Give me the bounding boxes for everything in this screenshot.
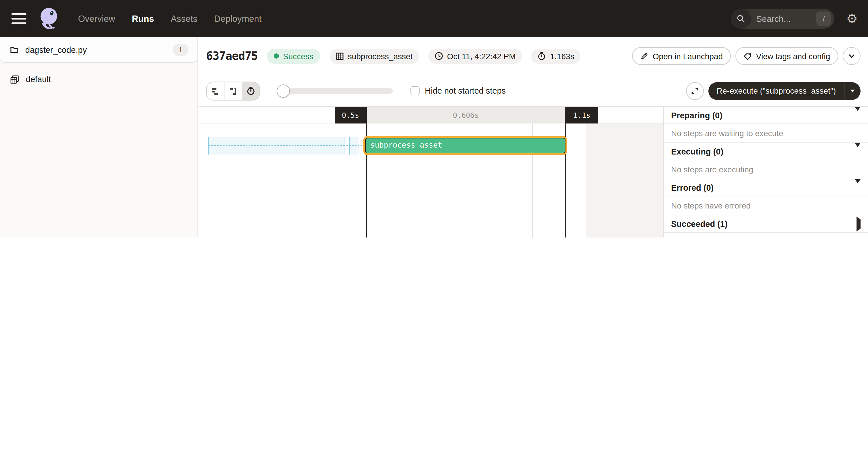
timestamp-label: Oct 11, 4:22:42 PM — [447, 51, 516, 61]
clock-icon — [434, 52, 443, 60]
gantt-step-bar[interactable]: subprocess_asset — [365, 138, 565, 153]
view-tags-config-label: View tags and config — [756, 51, 830, 61]
panel-section-errored[interactable]: Errored (0) — [663, 179, 868, 197]
gantt-section: 0.606s 0.5s 1.1s subprocess_asset — [198, 107, 868, 237]
main-content: 637aed75 Success subprocess_asset Oct 11… — [198, 37, 868, 237]
collapse-arrow-icon — [855, 147, 861, 156]
selection-duration-band: 0.606s — [366, 107, 565, 123]
nav-item-overview[interactable]: Overview — [78, 13, 115, 24]
primary-nav: Overview Runs Assets Deployment — [78, 13, 261, 24]
status-badge: Success — [267, 49, 320, 63]
repo-name: dagster_code.py — [25, 45, 87, 54]
sidebar-repo-header[interactable]: dagster_code.py 1 — [0, 37, 197, 63]
gantt-offscale-region — [586, 123, 663, 237]
expand-arrow-icon — [857, 219, 861, 228]
panel-section-succeeded[interactable]: Succeeded (1) — [663, 215, 868, 233]
section-title: Executing (0) — [671, 147, 723, 156]
stopwatch-icon — [246, 86, 255, 95]
flat-view-icon — [211, 86, 220, 95]
reexecute-label: Re-execute ("subprocess_asset") — [709, 86, 844, 95]
reexecute-dropdown-button[interactable] — [844, 89, 861, 92]
navbar-right: Search... / ⚙ — [731, 9, 858, 29]
left-sidebar: dagster_code.py 1 default dagster_code.p… — [0, 37, 198, 237]
collapse-arrow-icon — [855, 183, 861, 192]
job-name: default — [26, 75, 51, 84]
selection-end-line — [565, 107, 566, 237]
chevron-down-icon — [848, 52, 856, 60]
selection-duration-label: 0.606s — [453, 111, 479, 119]
search-input[interactable]: Search... / — [731, 9, 834, 29]
run-id: 637aed75 — [206, 50, 258, 63]
duration-label: 1.163s — [550, 51, 575, 61]
hide-not-started-label: Hide not started steps — [425, 86, 506, 95]
gantt-zoom-slider[interactable] — [277, 84, 393, 97]
reexecute-button[interactable]: Re-execute ("subprocess_asset") — [709, 82, 861, 100]
gantt-view-mode-group — [206, 81, 260, 100]
waiting-phase-dash-line — [208, 145, 365, 146]
gantt-toolbar: Hide not started steps Re-execute ("subp… — [198, 75, 868, 107]
nav-item-deployment[interactable]: Deployment — [214, 13, 261, 24]
nav-item-runs[interactable]: Runs — [132, 13, 154, 24]
waterfall-view-icon — [229, 86, 237, 95]
section-title: Preparing (0) — [671, 111, 722, 120]
tag-icon — [743, 52, 751, 60]
folder-icon — [10, 45, 19, 54]
collapse-arrow-icon — [855, 111, 861, 120]
selection-start-line — [366, 107, 367, 237]
gantt-fullscreen-button[interactable] — [686, 82, 704, 100]
panel-section-executing[interactable]: Executing (0) — [663, 143, 868, 160]
repo-count-badge: 1 — [174, 43, 188, 56]
section-title: Errored (0) — [671, 183, 714, 192]
panel-section-preparing[interactable]: Preparing (0) — [663, 107, 868, 124]
pencil-icon — [640, 52, 648, 60]
view-mode-timed-button[interactable] — [242, 82, 259, 100]
slider-thumb[interactable] — [277, 84, 290, 97]
top-navbar: Overview Runs Assets Deployment Search..… — [0, 0, 868, 37]
hamburger-menu-icon[interactable] — [11, 13, 26, 24]
job-pill[interactable]: subprocess_asset — [330, 49, 419, 63]
open-in-launchpad-button[interactable]: Open in Launchpad — [632, 47, 731, 65]
gear-icon[interactable]: ⚙ — [846, 12, 858, 25]
section-title: Succeeded (1) — [671, 219, 727, 228]
run-status-panel: Preparing (0) No steps are waiting to ex… — [663, 107, 868, 237]
run-header-more-button[interactable] — [843, 47, 861, 65]
search-shortcut-key: / — [817, 11, 831, 26]
status-label: Success — [283, 51, 313, 61]
run-header-actions: Open in Launchpad View tags and config — [632, 47, 861, 65]
waiting-phase-box-small — [349, 137, 360, 154]
expand-icon — [691, 87, 699, 94]
gantt-chart: 0.606s 0.5s 1.1s subprocess_asset — [198, 107, 663, 237]
waiting-phase-box — [208, 137, 344, 154]
nav-item-assets[interactable]: Assets — [171, 13, 197, 24]
stopwatch-icon — [538, 52, 546, 60]
slider-track[interactable] — [277, 88, 393, 94]
caret-down-icon — [850, 89, 855, 92]
job-pill-label: subprocess_asset — [348, 51, 413, 61]
timeline-tick-end: 1.1s — [565, 107, 598, 123]
search-placeholder: Search... — [756, 14, 817, 24]
hide-not-started-checkbox[interactable] — [410, 86, 420, 95]
dagster-logo-icon[interactable] — [36, 5, 63, 32]
run-header: 637aed75 Success subprocess_asset Oct 11… — [198, 37, 868, 75]
view-mode-flat-button[interactable] — [207, 82, 224, 100]
panel-section-body: No steps have errored — [663, 197, 868, 215]
toolbar-right: Re-execute ("subprocess_asset") — [686, 82, 861, 100]
panel-section-body: No steps are waiting to execute — [663, 124, 868, 143]
grid-icon — [336, 52, 344, 60]
panel-section-body: No steps are executing — [663, 160, 868, 179]
view-mode-waterfall-button[interactable] — [224, 82, 242, 100]
timestamp-pill: Oct 11, 4:22:42 PM — [428, 49, 522, 63]
view-tags-config-button[interactable]: View tags and config — [735, 47, 838, 65]
job-icon — [10, 75, 20, 84]
open-in-launchpad-label: Open in Launchpad — [653, 51, 723, 61]
sidebar-item-default-job[interactable]: default — [0, 70, 197, 88]
duration-pill: 1.163s — [531, 49, 581, 63]
timeline-tick-start: 0.5s — [335, 107, 366, 123]
search-icon — [731, 9, 751, 29]
app-root: Overview Runs Assets Deployment Search..… — [0, 0, 868, 237]
success-dot-icon — [274, 53, 279, 59]
